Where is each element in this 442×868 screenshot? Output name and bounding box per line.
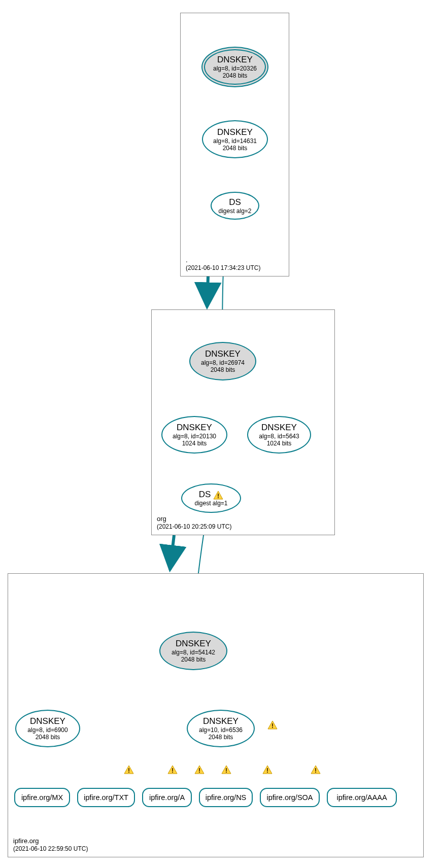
svg-rect-9 [128, 768, 129, 771]
warning-icon [311, 765, 321, 774]
node-ipfire-ksk: DNSKEY alg=8, id=54142 2048 bits [159, 632, 227, 670]
warning-icon [262, 765, 273, 774]
svg-rect-5 [218, 494, 219, 497]
svg-rect-20 [315, 772, 316, 773]
node-org-ksk: DNSKEY alg=8, id=26974 2048 bits [189, 342, 256, 380]
svg-rect-12 [172, 772, 173, 773]
warning-icon [221, 765, 231, 774]
zone-root-name: . [186, 256, 260, 264]
node-ipfire-dnskey-6900: DNSKEY alg=8, id=6900 2048 bits [15, 710, 80, 747]
warning-icon [267, 720, 278, 730]
node-root-ds: DS digest alg=2 [211, 192, 259, 220]
zone-org-name: org [157, 515, 231, 523]
node-org-ds: DS digest alg=1 [181, 483, 241, 513]
warning-icon [194, 765, 205, 774]
svg-rect-19 [315, 768, 316, 771]
svg-rect-13 [199, 768, 200, 771]
svg-rect-18 [267, 772, 268, 773]
svg-rect-11 [172, 768, 173, 771]
svg-rect-10 [128, 772, 129, 773]
warning-icon [167, 765, 178, 774]
warning-icon [213, 491, 223, 500]
node-root-zsk: DNSKEY alg=8, id=14631 2048 bits [202, 120, 268, 158]
svg-rect-15 [226, 768, 227, 771]
zone-root-label: . (2021-06-10 17:34:23 UTC) [186, 256, 260, 272]
zone-root-ts: (2021-06-10 17:34:23 UTC) [186, 264, 260, 272]
node-org-zsk1: DNSKEY alg=8, id=20130 1024 bits [161, 416, 227, 454]
zone-org-ts: (2021-06-10 20:25:09 UTC) [157, 523, 231, 531]
node-root-ksk: DNSKEY alg=8, id=20326 2048 bits [201, 47, 268, 87]
zone-org-label: org (2021-06-10 20:25:09 UTC) [157, 515, 231, 531]
rrset-soa: ipfire.org/SOA [260, 788, 320, 807]
node-ipfire-dnskey-6536: DNSKEY alg=10, id=6536 2048 bits [187, 710, 255, 747]
rrset-ns: ipfire.org/NS [199, 788, 253, 807]
svg-rect-6 [218, 497, 219, 498]
svg-rect-7 [272, 723, 273, 726]
node-org-zsk2: DNSKEY alg=8, id=5643 1024 bits [247, 416, 311, 454]
rrset-aaaa: ipfire.org/AAAA [327, 788, 397, 807]
svg-rect-14 [199, 772, 200, 773]
zone-ipfire-name: ipfire.org [13, 837, 88, 845]
rrset-a: ipfire.org/A [142, 788, 192, 807]
zone-ipfire-label: ipfire.org (2021-06-10 22:59:50 UTC) [13, 837, 88, 853]
zone-ipfire-ts: (2021-06-10 22:59:50 UTC) [13, 845, 88, 853]
dnssec-chain-diagram: . (2021-06-10 17:34:23 UTC) org (2021-06… [0, 0, 442, 868]
rrset-mx: ipfire.org/MX [14, 788, 70, 807]
warning-icon [124, 765, 134, 774]
svg-rect-8 [272, 727, 273, 728]
svg-rect-16 [226, 772, 227, 773]
svg-rect-17 [267, 768, 268, 771]
rrset-txt: ipfire.org/TXT [77, 788, 135, 807]
